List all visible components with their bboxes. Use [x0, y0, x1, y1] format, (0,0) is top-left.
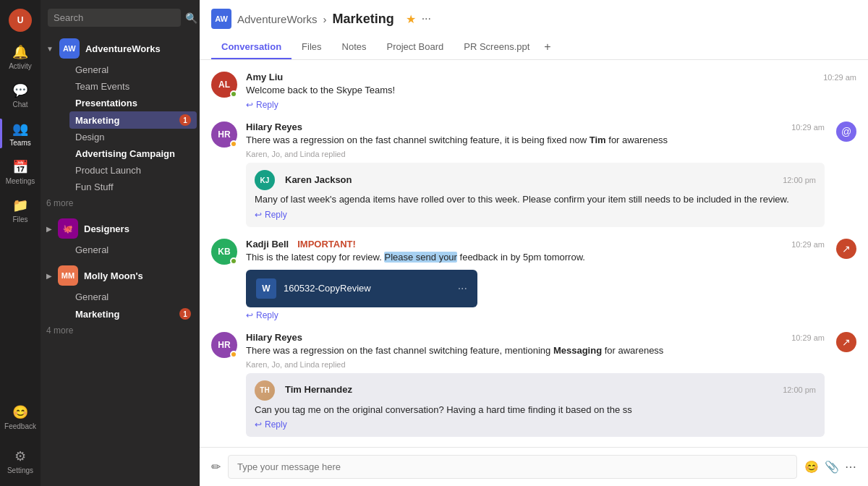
- word-icon: W: [256, 278, 276, 299]
- channel-general[interactable]: General: [69, 61, 197, 78]
- nav-label-files: Files: [12, 216, 27, 223]
- more-channels-adventureworks[interactable]: 6 more: [41, 195, 200, 211]
- tabs-row: Conversation Files Notes Project Board P…: [211, 35, 856, 59]
- status-hilary-2: [230, 351, 237, 358]
- message-input[interactable]: [228, 455, 797, 479]
- thread-sender-karen: Karen Jackson: [285, 174, 352, 185]
- chevron-icon-molly: ▶: [46, 272, 52, 280]
- thread-reply-karen[interactable]: ↩ Reply: [255, 210, 816, 220]
- thread-time-karen: 12:00 pm: [783, 176, 816, 184]
- nav-item-chat[interactable]: 💬 Chat: [0, 76, 41, 114]
- msg-content-hilary1: Hilary Reyes 10:29 am There was a regres…: [246, 122, 825, 226]
- nav-item-files[interactable]: 📁 Files: [0, 191, 41, 229]
- channel-molly-general[interactable]: General: [69, 289, 197, 305]
- message-group-amyliu: AL Amy Liu 10:29 am Welcome back to the …: [211, 72, 856, 110]
- channel-badge-molly-marketing: 1: [179, 308, 191, 320]
- channel-name-product-launch: Product Launch: [75, 165, 141, 176]
- tab-pr-screens[interactable]: PR Screens.ppt: [454, 35, 540, 59]
- reply-kadji[interactable]: ↩ Reply: [246, 310, 825, 320]
- nav-label-feedback: Feedback: [4, 422, 36, 430]
- replied-note-hilary2: Karen, Jo, and Linda replied: [246, 360, 825, 369]
- avatar-amy-liu: AL: [211, 72, 237, 98]
- user-avatar[interactable]: U: [9, 9, 32, 32]
- nav-item-meetings[interactable]: 📅 Meetings: [0, 153, 41, 191]
- thread-header-tim: TH Tim Hernandez 12:00 pm: [255, 380, 816, 401]
- tab-project-board[interactable]: Project Board: [377, 35, 454, 59]
- reply-label-tim: Reply: [265, 419, 287, 430]
- msg-header-hilary1: Hilary Reyes 10:29 am: [246, 122, 825, 132]
- team-avatar-adventureworks: AW: [59, 38, 80, 59]
- file-menu-icon[interactable]: ···: [458, 282, 467, 295]
- team-header-designers[interactable]: ▶ 🐙 Designers: [41, 213, 200, 242]
- channel-designers-general[interactable]: General: [69, 242, 197, 258]
- reply-amy-liu[interactable]: ↩ Reply: [246, 100, 856, 110]
- replied-note-hilary1: Karen, Jo, and Linda replied: [246, 150, 825, 158]
- thread-block-karen: KJ Karen Jackson 12:00 pm Many of last w…: [246, 163, 825, 226]
- msg-time-hilary1: 10:29 am: [791, 123, 825, 132]
- channel-fun-stuff[interactable]: Fun Stuff: [69, 179, 197, 195]
- emoji-icon[interactable]: 😊: [804, 460, 819, 474]
- channel-name-molly-general: General: [75, 291, 109, 302]
- tab-files[interactable]: Files: [292, 35, 331, 59]
- team-avatar-molly: MM: [58, 265, 78, 286]
- msg-time-kadji: 10:29 am: [791, 240, 825, 249]
- reaction-share-hilary2: ↗: [836, 332, 856, 352]
- message-group-hilary2: HR Hilary Reyes 10:29 am There was a reg…: [211, 332, 856, 437]
- messages-area: AL Amy Liu 10:29 am Welcome back to the …: [200, 60, 868, 447]
- team-molly: ▶ MM Molly Moon's General Marketing 1 4 …: [41, 260, 200, 338]
- search-icon[interactable]: 🔍: [185, 12, 197, 24]
- reaction-at-hilary1: @: [836, 122, 856, 142]
- status-amy-liu: [230, 90, 237, 98]
- search-input[interactable]: [48, 9, 181, 27]
- tabs: Conversation Files Notes Project Board P…: [211, 35, 856, 59]
- header-team-icon: AW: [211, 9, 231, 29]
- avatar-tim-hernandez: TH: [255, 380, 275, 401]
- meetings-icon: 📅: [12, 158, 29, 176]
- star-icon[interactable]: ★: [406, 12, 416, 26]
- thread-block-tim: TH Tim Hernandez 12:00 pm Can you tag me…: [246, 373, 825, 437]
- status-kadji: [230, 257, 237, 265]
- reply-icon-karen: ↩: [255, 210, 262, 220]
- channel-advertising[interactable]: Advertising Campaign: [69, 145, 197, 162]
- more-options-icon[interactable]: ···: [422, 12, 431, 25]
- channel-presentations[interactable]: Presentations: [69, 95, 197, 111]
- msg-sender-hilary1: Hilary Reyes: [246, 122, 302, 132]
- team-header-adventureworks[interactable]: ▼ AW AdventureWorks: [41, 33, 200, 61]
- file-attachment-kadji[interactable]: W 160532-CopyReview ···: [246, 270, 477, 307]
- input-icons: 😊 📎 ⋯: [804, 460, 856, 474]
- nav-item-settings[interactable]: ⚙ Settings: [0, 442, 41, 480]
- msg-sender-kadji: Kadji Bell: [246, 239, 289, 250]
- sidebar-search-area: 🔍 ✏: [41, 0, 200, 33]
- thread-header-karen: KJ Karen Jackson 12:00 pm: [255, 170, 816, 190]
- channel-molly-marketing[interactable]: Marketing 1: [69, 305, 197, 323]
- edit-icon[interactable]: ✏: [211, 460, 221, 474]
- channel-marketing[interactable]: Marketing 1: [69, 111, 197, 129]
- channel-name-advertising: Advertising Campaign: [75, 148, 175, 159]
- nav-item-teams[interactable]: 👥 Teams: [0, 114, 41, 153]
- channel-name-molly-marketing: Marketing: [75, 309, 119, 320]
- channel-name-presentations: Presentations: [75, 98, 137, 108]
- important-label: IMPORTANT!: [297, 239, 356, 250]
- thread-reply-tim[interactable]: ↩ Reply: [255, 419, 816, 430]
- attach-icon[interactable]: 📎: [825, 460, 839, 474]
- more-channels-molly[interactable]: 4 more: [41, 323, 200, 338]
- message-group-hilary1: HR Hilary Reyes 10:29 am There was a reg…: [211, 122, 856, 226]
- tab-add-button[interactable]: +: [540, 35, 555, 59]
- header-icons: ★ ···: [406, 12, 431, 26]
- chevron-icon-designers: ▶: [46, 225, 52, 233]
- nav-item-feedback[interactable]: 😊 Feedback: [0, 398, 41, 436]
- team-header-molly[interactable]: ▶ MM Molly Moon's: [41, 260, 200, 289]
- nav-item-activity[interactable]: 🔔 Activity: [0, 38, 41, 76]
- team-name-designers: Designers: [84, 223, 129, 234]
- more-input-icon[interactable]: ⋯: [845, 460, 856, 474]
- tab-conversation[interactable]: Conversation: [211, 35, 292, 59]
- channel-badge-marketing: 1: [179, 114, 191, 126]
- msg-text-amy-liu: Welcome back to the Skype Teams!: [246, 84, 856, 97]
- channel-design[interactable]: Design: [69, 129, 197, 145]
- tab-notes[interactable]: Notes: [332, 35, 377, 59]
- channel-team-events[interactable]: Team Events: [69, 78, 197, 95]
- thread-time-tim: 12:00 pm: [783, 385, 816, 394]
- msg-header-hilary2: Hilary Reyes 10:29 am: [246, 332, 825, 343]
- channel-product-launch[interactable]: Product Launch: [69, 162, 197, 179]
- bold-word-hilary2: Messaging: [553, 345, 602, 356]
